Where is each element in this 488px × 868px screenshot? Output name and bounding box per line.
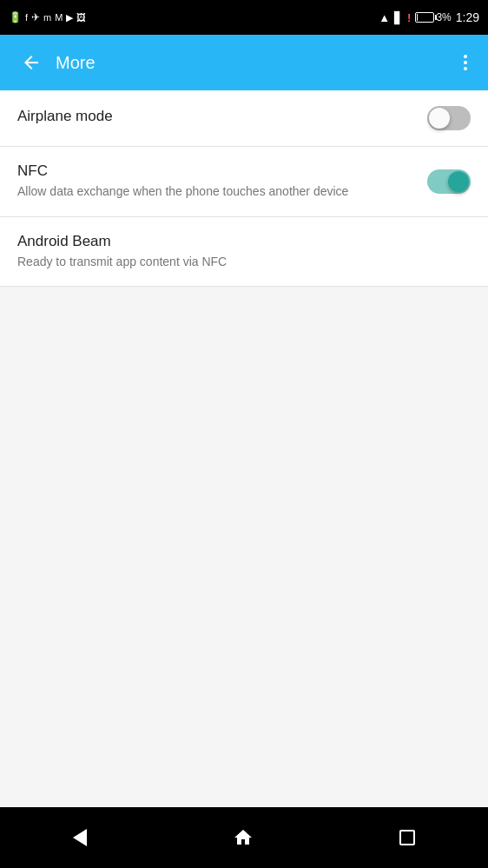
nfc-knob (448, 171, 469, 192)
status-bar: 🔋 f ✈ m M ▶ 🖼 ▲ ▋ ! 3% 1:29 (0, 0, 488, 35)
send-icon: ✈ (31, 11, 40, 23)
youtube-icon: ▶ (66, 12, 73, 23)
nfc-track (427, 169, 471, 194)
dot2 (464, 61, 467, 64)
battery-percent: 3% (436, 11, 451, 23)
signal-icon: ▋ (394, 11, 403, 24)
nfc-title: NFC (17, 162, 427, 180)
airplane-mode-toggle[interactable] (427, 106, 471, 130)
nav-recents-button[interactable] (391, 821, 424, 854)
battery-fill (417, 14, 418, 21)
nav-bar (0, 807, 488, 868)
facebook-icon: f (25, 12, 28, 23)
status-icons-left: 🔋 f ✈ m M ▶ 🖼 (9, 11, 86, 23)
nfc-info: NFC Allow data exchange when the phone t… (17, 162, 427, 201)
android-beam-item[interactable]: Android Beam Ready to transmit app conte… (0, 217, 488, 288)
airplane-mode-info: Airplane mode (17, 108, 427, 129)
battery-box (415, 12, 434, 23)
dot1 (464, 55, 467, 58)
battery-indicator: 3% (415, 11, 451, 23)
airplane-mode-track (427, 106, 471, 130)
nfc-toggle[interactable] (427, 169, 471, 194)
app-bar-title: More (56, 53, 457, 73)
overflow-menu-button[interactable] (457, 48, 474, 77)
android-beam-title: Android Beam (17, 233, 471, 250)
airplane-mode-title: Airplane mode (17, 108, 427, 125)
dot3 (464, 67, 467, 70)
messenger-icon: m (43, 12, 51, 23)
nav-back-button[interactable] (64, 820, 96, 855)
airplane-mode-knob (429, 108, 450, 129)
time-display: 1:29 (456, 10, 479, 24)
nav-recents-icon (399, 830, 415, 845)
android-beam-desc: Ready to transmit app content via NFC (17, 254, 471, 271)
app-bar: More (0, 35, 488, 90)
airplane-mode-item[interactable]: Airplane mode (0, 90, 488, 147)
wifi-icon: ▲ (379, 11, 390, 24)
android-beam-info: Android Beam Ready to transmit app conte… (17, 233, 471, 271)
status-icons-right: ▲ ▋ ! 3% 1:29 (379, 10, 479, 24)
battery-icon: 🔋 (9, 11, 22, 23)
alert-icon: ! (407, 11, 411, 24)
settings-content: Airplane mode NFC Allow data exchange wh… (0, 90, 488, 807)
nfc-desc: Allow data exchange when the phone touch… (17, 183, 427, 201)
gmail-icon: M (55, 12, 63, 23)
gallery-icon: 🖼 (76, 12, 86, 23)
nav-home-icon (233, 827, 254, 848)
nfc-item[interactable]: NFC Allow data exchange when the phone t… (0, 147, 488, 217)
nav-back-icon (73, 829, 87, 846)
back-button[interactable] (14, 45, 49, 80)
nav-home-button[interactable] (224, 818, 262, 857)
